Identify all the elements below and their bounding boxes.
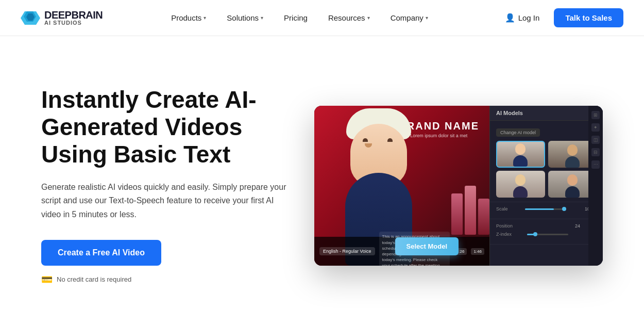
model-thumb-1[interactable] — [496, 141, 545, 168]
model-thumb-3[interactable] — [496, 171, 545, 198]
brand-name: DEEPBRAIN — [44, 10, 103, 20]
video-preview: BRAND NAME Lorem ipsum dolor sit a met — [314, 106, 489, 266]
credit-card-icon: 💳 — [41, 274, 53, 285]
navigation: DEEPBRAIN AI STUDIOS Products ▾ Solution… — [0, 0, 644, 36]
logo[interactable]: DEEPBRAIN AI STUDIOS — [21, 8, 103, 28]
scale-slider[interactable] — [525, 208, 566, 210]
panel-title: AI Models — [490, 106, 603, 121]
sidebar-icon-2[interactable]: ✦ — [591, 123, 600, 132]
position-section: Position 24 44 Z-index 0 — [490, 219, 603, 245]
nav-right: 👤 Log In Talk to Sales — [497, 8, 623, 27]
z-index-label: Z-index — [496, 232, 512, 237]
scale-section: Scale 100% — [490, 202, 603, 219]
hero-title: Instantly Create AI-Generated Videos Usi… — [41, 86, 314, 168]
sidebar-icon-1[interactable]: ⊞ — [591, 111, 600, 119]
talk-to-sales-button[interactable]: Talk to Sales — [554, 8, 623, 27]
user-icon: 👤 — [505, 13, 515, 23]
chevron-down-icon: ▾ — [261, 15, 263, 21]
nav-item-products[interactable]: Products ▾ — [163, 9, 214, 26]
lipstick-decoration — [451, 186, 489, 235]
time-end: 1:46 — [471, 248, 484, 255]
logo-icon — [21, 8, 40, 28]
scale-label: Scale — [496, 206, 508, 212]
lipstick-3 — [478, 199, 489, 235]
lipstick-2 — [465, 186, 476, 235]
sidebar-icon-3[interactable]: ◫ — [591, 136, 600, 144]
chevron-down-icon: ▾ — [204, 15, 206, 21]
change-model-button[interactable]: Change AI model — [496, 128, 540, 137]
z-index-slider[interactable] — [527, 234, 568, 235]
nav-item-company[interactable]: Company ▾ — [382, 9, 436, 26]
sidebar-icon-4[interactable]: ⊟ — [591, 148, 600, 156]
hero-mockup: BRAND NAME Lorem ipsum dolor sit a met — [314, 106, 603, 266]
chevron-down-icon: ▾ — [367, 15, 370, 21]
nav-item-resources[interactable]: Resources ▾ — [320, 9, 378, 26]
login-button[interactable]: 👤 Log In — [497, 9, 548, 27]
ai-models-panel: AI Models Change AI model — [489, 106, 603, 266]
hero-subtitle: Generate realistic AI videos quickly and… — [41, 181, 294, 221]
chevron-down-icon: ▾ — [426, 15, 428, 21]
product-screenshot: BRAND NAME Lorem ipsum dolor sit a met — [314, 106, 603, 266]
pos-x-value: 24 — [567, 223, 580, 229]
position-label: Position — [496, 223, 513, 229]
sidebar-icon-column: ⊞ ✦ ◫ ⊟ ⋯ — [588, 106, 603, 266]
select-model-button[interactable]: Select Model — [395, 237, 459, 255]
create-free-video-button[interactable]: Create a Free AI Video — [41, 240, 161, 266]
brand-sub: AI STUDIOS — [44, 20, 103, 26]
hero-content: Instantly Create AI-Generated Videos Usi… — [41, 86, 314, 285]
language-badge: English - Regular Voice — [319, 247, 375, 255]
sidebar-icon-5[interactable]: ⋯ — [591, 160, 600, 169]
model-grid — [496, 141, 597, 198]
nav-links: Products ▾ Solutions ▾ Pricing Resources… — [163, 9, 436, 26]
nav-item-solutions[interactable]: Solutions ▾ — [218, 9, 272, 26]
nav-item-pricing[interactable]: Pricing — [276, 9, 316, 26]
no-credit-card-note: 💳 No credit card is required — [41, 274, 314, 285]
change-model-section: Change AI model — [490, 121, 603, 202]
hero-section: Instantly Create AI-Generated Videos Usi… — [0, 36, 644, 325]
lipstick-1 — [451, 193, 463, 235]
